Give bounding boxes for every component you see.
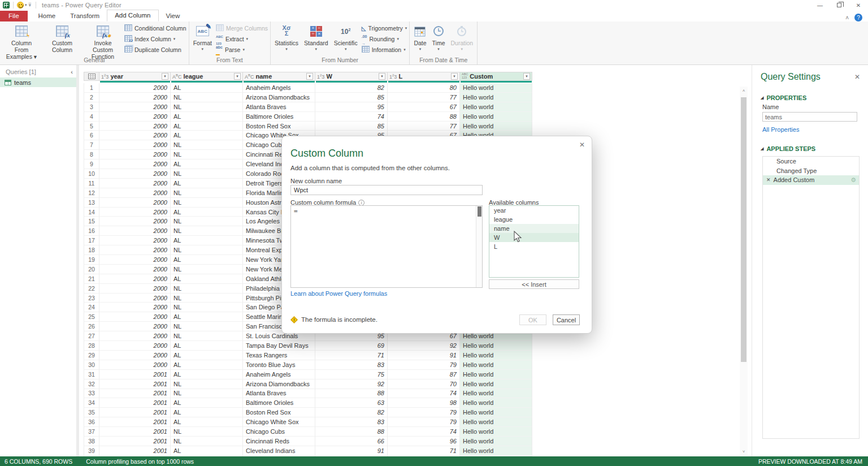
- table-cell[interactable]: AL: [171, 236, 243, 245]
- table-cell[interactable]: Anaheim Angels: [243, 370, 315, 379]
- table-cell[interactable]: Chicago Cubs: [243, 427, 315, 437]
- table-cell[interactable]: 2001: [99, 398, 171, 408]
- table-cell[interactable]: Baltimore Orioles: [243, 398, 315, 408]
- table-cell[interactable]: NL: [171, 284, 243, 294]
- filter-icon[interactable]: ▼: [379, 73, 385, 80]
- column-header-custom[interactable]: ABC123Custom▼: [460, 72, 532, 81]
- table-cell[interactable]: 98: [388, 398, 460, 408]
- table-cell[interactable]: 77: [388, 93, 460, 102]
- table-cell[interactable]: Atlanta Braves: [243, 102, 315, 112]
- dialog-close-icon[interactable]: ✕: [579, 141, 585, 149]
- row-number[interactable]: 22: [84, 284, 99, 294]
- table-cell[interactable]: 91: [315, 446, 388, 456]
- table-cell[interactable]: AL: [171, 112, 243, 122]
- table-cell[interactable]: Arizona Diamondbacks: [243, 379, 315, 389]
- table-cell[interactable]: 2000: [99, 93, 171, 102]
- table-cell[interactable]: AL: [171, 351, 243, 360]
- table-cell[interactable]: 92: [315, 379, 388, 389]
- table-cell[interactable]: 74: [315, 112, 388, 122]
- table-row[interactable]: 292000ALTexas Rangers7191Hello world: [84, 351, 532, 360]
- table-row[interactable]: 372001NLChicago Cubs8874Hello world: [84, 427, 532, 437]
- row-number[interactable]: 17: [84, 236, 99, 245]
- table-cell[interactable]: NL: [171, 294, 243, 303]
- row-number[interactable]: 14: [84, 208, 99, 217]
- table-row[interactable]: 22000NLArizona Diamondbacks8577Hello wor…: [84, 93, 532, 102]
- table-cell[interactable]: NL: [171, 389, 243, 399]
- information-button[interactable]: Information▾: [362, 45, 407, 54]
- dropdown-icon[interactable]: ▾: [25, 3, 27, 7]
- table-cell[interactable]: 2000: [99, 341, 171, 351]
- table-cell[interactable]: Hello world: [460, 360, 532, 370]
- table-cell[interactable]: 74: [388, 427, 460, 437]
- row-number[interactable]: 12: [84, 188, 99, 198]
- row-number[interactable]: 6: [84, 131, 99, 140]
- filter-icon[interactable]: ▼: [162, 73, 168, 80]
- table-cell[interactable]: Hello world: [460, 351, 532, 360]
- table-cell[interactable]: AL: [171, 255, 243, 265]
- table-cell[interactable]: 80: [388, 83, 460, 93]
- table-cell[interactable]: Hello world: [460, 408, 532, 417]
- row-number[interactable]: 10: [84, 169, 99, 179]
- close-settings-icon[interactable]: ✕: [854, 73, 860, 81]
- filter-icon[interactable]: ▼: [306, 73, 313, 80]
- format-button[interactable]: ABC✎Format▾: [191, 23, 214, 53]
- table-cell[interactable]: 2000: [99, 351, 171, 360]
- table-cell[interactable]: 95: [315, 102, 388, 112]
- table-cell[interactable]: NL: [171, 169, 243, 179]
- table-cell[interactable]: 2000: [99, 150, 171, 159]
- time-button[interactable]: Time▾: [430, 23, 448, 53]
- column-header-l[interactable]: 123L▼: [388, 72, 460, 81]
- table-cell[interactable]: 2000: [99, 198, 171, 208]
- tab-file[interactable]: File: [0, 11, 28, 21]
- table-cell[interactable]: NL: [171, 245, 243, 255]
- info-icon[interactable]: i: [358, 200, 364, 206]
- table-cell[interactable]: AL: [171, 122, 243, 131]
- row-number[interactable]: 4: [84, 112, 99, 122]
- table-cell[interactable]: Hello world: [460, 370, 532, 379]
- table-cell[interactable]: NL: [171, 102, 243, 112]
- table-cell[interactable]: 87: [388, 370, 460, 379]
- collapse-ribbon-icon[interactable]: ˄: [845, 15, 849, 21]
- standard-button[interactable]: +−÷×Standard▾: [302, 23, 331, 53]
- table-cell[interactable]: AL: [171, 312, 243, 322]
- query-name-input[interactable]: [762, 112, 857, 122]
- table-cell[interactable]: Hello world: [460, 83, 532, 93]
- available-column-year[interactable]: year: [489, 206, 579, 215]
- table-cell[interactable]: AL: [171, 208, 243, 217]
- row-number[interactable]: 15: [84, 217, 99, 226]
- table-cell[interactable]: Texas Rangers: [243, 351, 315, 360]
- table-row[interactable]: 52000ALBoston Red Sox8577Hello world: [84, 122, 532, 131]
- table-row[interactable]: 282000ALTampa Bay Devil Rays6992Hello wo…: [84, 341, 532, 351]
- table-cell[interactable]: Hello world: [460, 417, 532, 427]
- table-cell[interactable]: Hello world: [460, 341, 532, 351]
- rounding-button[interactable]: .00→Rounding▾: [362, 34, 407, 44]
- table-cell[interactable]: Hello world: [460, 112, 532, 122]
- help-icon[interactable]: ?: [854, 14, 862, 21]
- merge-columns-button[interactable]: Merge Columns: [216, 24, 268, 33]
- table-cell[interactable]: 2000: [99, 274, 171, 284]
- trigonometry-button[interactable]: ◺Trigonometry▾: [362, 24, 407, 33]
- table-row[interactable]: 32000NLAtlanta Braves9567Hello world: [84, 102, 532, 112]
- row-number[interactable]: 32: [84, 379, 99, 389]
- table-cell[interactable]: Hello world: [460, 427, 532, 437]
- row-number[interactable]: 3: [84, 102, 99, 112]
- table-cell[interactable]: NL: [171, 331, 243, 341]
- table-cell[interactable]: 2000: [99, 226, 171, 236]
- table-cell[interactable]: Cincinnati Reds: [243, 437, 315, 446]
- table-cell[interactable]: Arizona Diamondbacks: [243, 93, 315, 102]
- ok-button[interactable]: OK: [519, 314, 546, 325]
- table-cell[interactable]: 2000: [99, 360, 171, 370]
- table-cell[interactable]: 2000: [99, 188, 171, 198]
- table-cell[interactable]: NL: [171, 427, 243, 437]
- custom-column-button[interactable]: fxCustom Column: [42, 23, 82, 54]
- date-button[interactable]: Date▾: [411, 23, 428, 53]
- table-cell[interactable]: AL: [171, 398, 243, 408]
- smiley-icon[interactable]: [17, 2, 24, 8]
- column-header-year[interactable]: 123year▼: [99, 72, 171, 81]
- table-row[interactable]: 12000ALAnaheim Angels8280Hello world: [84, 83, 532, 93]
- table-cell[interactable]: AL: [171, 360, 243, 370]
- table-cell[interactable]: 2000: [99, 284, 171, 294]
- table-cell[interactable]: AL: [171, 417, 243, 427]
- table-cell[interactable]: 85: [315, 93, 388, 102]
- table-row[interactable]: 362001ALChicago White Sox8379Hello world: [84, 417, 532, 427]
